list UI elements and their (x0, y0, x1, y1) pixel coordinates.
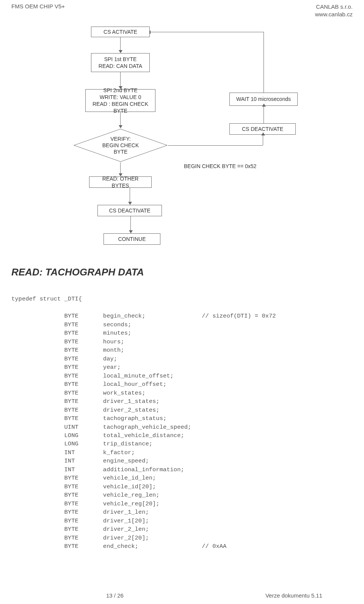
code-line: INT engine_speed; (11, 457, 276, 465)
code-line: BYTE driver_1_len; (11, 508, 276, 516)
code-line: BYTE day; (11, 355, 276, 363)
code-line: BYTE driver_2_len; (11, 525, 276, 533)
decision-text: VERIFY:BEGIN CHECKBYTE (102, 136, 139, 155)
company-url: www.canlab.cz (315, 11, 353, 18)
code-line: BYTE driver_1[20]; (11, 517, 276, 525)
code-struct: typedef struct _DTI{ BYTE begin_check; /… (11, 286, 276, 559)
code-line: BYTE driver_1_states; (11, 397, 276, 406)
code-line: BYTE year; (11, 363, 276, 371)
box-cs-deactivate-bottom: CS DEACTIVATE (97, 205, 162, 216)
code-line: BYTE minutes; (11, 329, 276, 337)
code-line: BYTE tachograph_status; (11, 414, 276, 423)
code-line: BYTE hours; (11, 338, 276, 346)
code-line: INT k_factor; (11, 448, 276, 457)
header-product: FMS OEM CHIP V5+ (11, 3, 65, 9)
label-condition: BEGIN CHECK BYTE == 0x52 (184, 163, 256, 169)
page-number: 13 / 26 (106, 592, 124, 599)
box-continue: CONTINUE (104, 233, 160, 245)
code-line: BYTE local_hour_offset; (11, 380, 276, 389)
code-line: BYTE driver_2_states; (11, 406, 276, 414)
box-spi-1st-byte: SPI 1st BYTEREAD: CAN DATA (91, 53, 150, 72)
code-line: INT additional_information; (11, 466, 276, 474)
code-line: BYTE seconds; (11, 321, 276, 329)
code-line: UINT tachograph_vehicle_speed; (11, 423, 276, 431)
code-line: BYTE end_check; // 0xAA (11, 542, 276, 551)
code-line: BYTE begin_check; // sizeof(DTI) = 0x72 (11, 312, 276, 320)
header-company: CANLAB s.r.o. www.canlab.cz (315, 3, 353, 18)
code-typedef-line: typedef struct _DTI{ (11, 295, 276, 303)
box-read-other-bytes: READ: OTHER BYTES (89, 176, 152, 188)
code-line: BYTE vehicle_reg[20]; (11, 500, 276, 508)
company-name: CANLAB s.r.o. (315, 3, 353, 11)
decision-verify: VERIFY:BEGIN CHECKBYTE (73, 128, 168, 162)
code-line: LONG trip_distance; (11, 440, 276, 448)
code-line: BYTE driver_2[20]; (11, 534, 276, 542)
box-cs-activate: CS ACTIVATE (91, 27, 150, 37)
code-line: BYTE local_minute_offset; (11, 372, 276, 380)
code-line: BYTE vehicle_id_len; (11, 474, 276, 482)
code-line: BYTE vehicle_id[20]; (11, 483, 276, 491)
box-spi-2nd-byte: SPI 2nd BYTEWRITE: VALUE 0READ : BEGIN C… (85, 89, 155, 112)
section-title: READ: TACHOGRAPH DATA (11, 266, 144, 278)
flowchart: CS ACTIVATE SPI 1st BYTEREAD: CAN DATA S… (51, 27, 317, 269)
code-line: BYTE month; (11, 346, 276, 354)
code-line: BYTE work_states; (11, 389, 276, 397)
doc-version: Verze dokumentu 5.11 (265, 592, 322, 599)
code-line: LONG total_vehicle_distance; (11, 431, 276, 440)
code-line: BYTE vehicle_reg_len; (11, 491, 276, 499)
